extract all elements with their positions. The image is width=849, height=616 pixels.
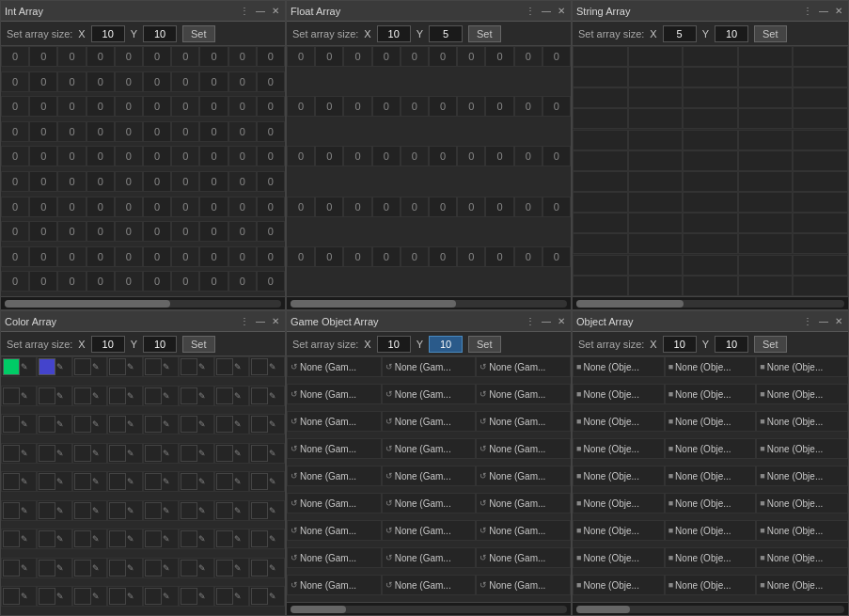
list-item[interactable]: ■None (Obje... bbox=[573, 575, 665, 595]
table-row[interactable]: 0 bbox=[542, 246, 571, 267]
list-item[interactable]: ✎ bbox=[249, 414, 285, 434]
float-array-y-input[interactable] bbox=[429, 25, 463, 42]
list-item[interactable]: ■None (Obje... bbox=[573, 384, 665, 404]
table-row[interactable]: 0 bbox=[257, 197, 285, 217]
table-row[interactable]: 0 bbox=[429, 197, 457, 217]
table-row[interactable]: 0 bbox=[228, 221, 257, 242]
list-item[interactable]: ■None (Obje... bbox=[756, 466, 848, 486]
table-row[interactable]: 0 bbox=[429, 146, 457, 166]
table-row[interactable]: 0 bbox=[115, 46, 143, 67]
table-row[interactable]: 0 bbox=[171, 271, 199, 292]
list-item[interactable]: ✎ bbox=[107, 443, 143, 464]
list-item[interactable]: ✎ bbox=[214, 558, 250, 578]
int-array-scrollbar-track[interactable] bbox=[5, 300, 281, 308]
list-item[interactable]: ✎ bbox=[107, 414, 143, 434]
table-row[interactable]: 0 bbox=[372, 96, 401, 117]
table-row[interactable]: 0 bbox=[228, 271, 257, 292]
list-item[interactable]: ↺None (Gam... bbox=[287, 493, 382, 513]
list-item[interactable]: ✎ bbox=[214, 414, 250, 434]
list-item[interactable]: ✎ bbox=[72, 471, 108, 492]
string-array-scrollbar-thumb[interactable] bbox=[576, 300, 684, 308]
table-row[interactable]: 0 bbox=[372, 146, 401, 166]
list-item[interactable]: ■None (Obje... bbox=[665, 411, 757, 432]
table-row[interactable]: 0 bbox=[86, 221, 115, 242]
list-item[interactable]: ✎ bbox=[249, 443, 285, 464]
table-row[interactable]: 0 bbox=[86, 121, 115, 142]
table-row[interactable] bbox=[738, 108, 794, 129]
table-row[interactable]: 0 bbox=[315, 197, 343, 217]
list-item[interactable]: ↺None (Gam... bbox=[382, 493, 477, 513]
table-row[interactable] bbox=[573, 108, 628, 129]
list-item[interactable]: ✎ bbox=[179, 586, 214, 607]
game-object-array-x-input[interactable] bbox=[377, 336, 411, 353]
list-item[interactable]: ✎ bbox=[179, 558, 214, 578]
table-row[interactable] bbox=[628, 255, 684, 276]
list-item[interactable]: ✎ bbox=[107, 471, 143, 492]
table-row[interactable]: 0 bbox=[315, 146, 343, 166]
table-row[interactable]: 0 bbox=[115, 71, 143, 92]
list-item[interactable]: ✎ bbox=[37, 471, 72, 492]
table-row[interactable]: 0 bbox=[143, 171, 171, 192]
table-row[interactable]: 0 bbox=[257, 96, 285, 117]
table-row[interactable]: 0 bbox=[171, 71, 199, 92]
table-row[interactable] bbox=[793, 108, 848, 129]
list-item[interactable]: ✎ bbox=[107, 500, 143, 521]
color-array-close-btn[interactable]: ✕ bbox=[270, 317, 281, 326]
int-array-close-btn[interactable]: ✕ bbox=[270, 7, 281, 16]
list-item[interactable]: ✎ bbox=[72, 558, 108, 578]
table-row[interactable]: 0 bbox=[1, 96, 29, 117]
list-item[interactable]: ✎ bbox=[1, 529, 37, 549]
table-row[interactable] bbox=[573, 87, 628, 108]
table-row[interactable] bbox=[738, 130, 794, 150]
list-item[interactable]: ■None (Obje... bbox=[665, 520, 757, 541]
list-item[interactable]: ✎ bbox=[179, 500, 214, 521]
string-array-y-input[interactable] bbox=[715, 25, 748, 42]
table-row[interactable]: 0 bbox=[257, 221, 285, 242]
list-item[interactable]: ■None (Obje... bbox=[573, 438, 665, 459]
table-row[interactable]: 0 bbox=[199, 121, 228, 142]
table-row[interactable] bbox=[793, 150, 848, 171]
list-item[interactable]: ↺None (Gam... bbox=[382, 384, 477, 404]
table-row[interactable]: 0 bbox=[29, 96, 57, 117]
table-row[interactable] bbox=[793, 171, 848, 192]
table-row[interactable]: 0 bbox=[257, 246, 285, 267]
table-row[interactable]: 0 bbox=[29, 146, 57, 166]
table-row[interactable]: 0 bbox=[57, 271, 86, 292]
table-row[interactable] bbox=[628, 150, 684, 171]
list-item[interactable]: ✎ bbox=[72, 356, 108, 377]
table-row[interactable] bbox=[793, 87, 848, 108]
int-array-scrollbar-thumb[interactable] bbox=[5, 300, 170, 308]
list-item[interactable]: ↺None (Gam... bbox=[287, 411, 382, 432]
list-item[interactable]: ✎ bbox=[249, 586, 285, 607]
table-row[interactable] bbox=[738, 276, 794, 296]
list-item[interactable]: ✎ bbox=[179, 471, 214, 492]
list-item[interactable]: ↺None (Gam... bbox=[382, 356, 477, 377]
list-item[interactable]: ✎ bbox=[37, 586, 72, 607]
table-row[interactable]: 0 bbox=[86, 171, 115, 192]
table-row[interactable]: 0 bbox=[1, 46, 29, 67]
list-item[interactable]: ↺None (Gam... bbox=[476, 356, 571, 377]
list-item[interactable]: ✎ bbox=[214, 586, 250, 607]
table-row[interactable]: 0 bbox=[57, 197, 86, 217]
list-item[interactable]: ✎ bbox=[143, 529, 179, 549]
table-row[interactable]: 0 bbox=[401, 197, 429, 217]
game-object-array-scrollbar[interactable] bbox=[287, 602, 571, 615]
object-array-scrollbar-thumb[interactable] bbox=[576, 606, 630, 613]
table-row[interactable]: 0 bbox=[143, 197, 171, 217]
list-item[interactable]: ↺None (Gam... bbox=[287, 356, 382, 377]
table-row[interactable]: 0 bbox=[257, 71, 285, 92]
list-item[interactable]: ✎ bbox=[214, 529, 250, 549]
table-row[interactable]: 0 bbox=[542, 96, 571, 117]
table-row[interactable]: 0 bbox=[429, 96, 457, 117]
table-row[interactable]: 0 bbox=[143, 46, 171, 67]
table-row[interactable] bbox=[738, 87, 794, 108]
table-row[interactable]: 0 bbox=[29, 246, 57, 267]
table-row[interactable]: 0 bbox=[143, 271, 171, 292]
table-row[interactable]: 0 bbox=[57, 246, 86, 267]
list-item[interactable]: ✎ bbox=[72, 443, 108, 464]
table-row[interactable] bbox=[628, 171, 684, 192]
table-row[interactable]: 0 bbox=[257, 271, 285, 292]
list-item[interactable]: ✎ bbox=[37, 356, 72, 377]
table-row[interactable] bbox=[573, 233, 628, 254]
table-row[interactable] bbox=[738, 150, 794, 171]
